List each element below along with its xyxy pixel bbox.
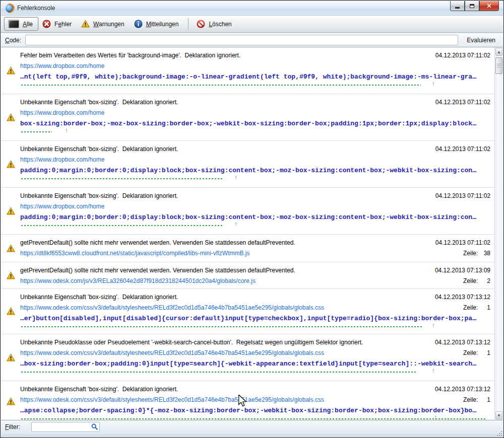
clear-icon (197, 20, 205, 28)
toolbar-button-alle[interactable]: Alle (4, 17, 38, 31)
console-entry[interactable]: Fehler beim Verarbeiten des Wertes für '… (1, 47, 494, 94)
filter-input[interactable] (31, 422, 100, 432)
minimize-icon (455, 7, 460, 9)
code-input[interactable] (25, 35, 458, 45)
vertical-scrollbar[interactable]: ▲ ▼ (494, 47, 503, 420)
entry-message: Unbekannte Eigenschaft 'box-sizing'. Dek… (20, 386, 178, 393)
entry-code-excerpt: padding:0;margin:0;border:0;display:bloc… (20, 167, 490, 174)
console-entry[interactable]: Unbekannte Eigenschaft 'box-sizing'. Dek… (1, 381, 494, 420)
toolbar-label-fehler: Fehler (54, 21, 72, 28)
entry-source-link[interactable]: https://www.odesk.com/css/v3/default/sty… (20, 396, 324, 403)
toolbar-button-loeschen[interactable]: Löschen (193, 17, 237, 31)
entry-timestamp: 04.12.2013 07:11:02 (435, 145, 490, 153)
entry-timestamp: 04.12.2013 07:13:12 (435, 339, 490, 346)
caret-up-icon: ↑ (434, 414, 437, 420)
filter-bar: Filter: (1, 420, 503, 433)
warning-icon (81, 20, 90, 28)
firefox-icon[interactable] (6, 4, 14, 13)
entry-timestamp: 04.12.2013 07:11:02 (435, 99, 490, 106)
warning-icon (7, 244, 15, 253)
entry-timestamp: 04.12.2013 07:13:12 (435, 386, 490, 393)
toolbar-button-mitteilungen[interactable]: Mitteilungen (130, 17, 184, 31)
entry-code-excerpt: padding:0;margin:0;border:0;display:bloc… (20, 213, 490, 221)
console-window-icon (8, 20, 19, 28)
evaluate-button[interactable]: Evaluieren (463, 35, 499, 46)
error-position-indicator: ↑ (20, 324, 490, 330)
warning-icon (7, 160, 15, 169)
entry-line-number: Zeile: 1 (463, 396, 490, 403)
entry-timestamp: 04.12.2013 07:13:09 (435, 267, 490, 274)
maximize-icon (470, 4, 474, 8)
toolbar: Alle Fehler Warnungen Mitteilungen (1, 16, 503, 33)
entry-timestamp: 04.12.2013 07:13:12 (435, 294, 490, 301)
entry-timestamp: 04.12.2013 07:11:02 (435, 192, 490, 199)
error-icon (42, 20, 51, 28)
console-message-list: Fehler beim Verarbeiten des Wertes für '… (1, 47, 503, 420)
window-bottom-frame (1, 433, 503, 437)
entry-timestamp: 04.12.2013 07:11:02 (435, 52, 490, 59)
console-entry[interactable]: Unbekannte Eigenschaft 'box-sizing'. Dek… (1, 188, 494, 235)
warning-icon (7, 207, 15, 215)
error-position-indicator: ↑ (20, 416, 490, 420)
console-entry[interactable]: getPreventDefault() sollte nicht mehr ve… (1, 262, 494, 289)
close-button[interactable]: ✕ (479, 1, 499, 11)
entry-source-link[interactable]: https://dt8kf6553cww8.cloudfront.net/sta… (20, 250, 250, 257)
entry-message: Unbekannte Eigenschaft 'box-sizing'. Dek… (20, 294, 178, 301)
entry-message: Unbekannte Eigenschaft 'box-sizing'. Dek… (20, 99, 178, 106)
chevron-up-icon: ▲ (497, 50, 501, 54)
maximize-button[interactable] (465, 1, 479, 11)
entry-code-excerpt: box-sizing:border-box;-moz-box-sizing:bo… (20, 120, 490, 127)
error-position-indicator: ↑ (20, 223, 490, 229)
toolbar-label-loeschen: Löschen (209, 21, 231, 28)
entry-source-link[interactable]: https://www.odesk.com/js/v3/RELa32604e2d… (20, 277, 256, 284)
error-console-window: Fehlerkonsole ✕ Alle Fehler Warnungen (0, 0, 504, 438)
warning-icon (7, 113, 15, 122)
entry-timestamp: 04.12.2013 07:11:02 (435, 239, 490, 246)
search-icon (91, 423, 98, 430)
entry-message: Unbekannte Pseudoklasse oder Pseudoeleme… (20, 339, 363, 346)
caret-up-icon: ↑ (431, 322, 435, 328)
toolbar-button-fehler[interactable]: Fehler (38, 17, 77, 31)
entry-source-link[interactable]: https://www.dropbox.com/home (20, 156, 104, 163)
entry-source-link[interactable]: https://www.dropbox.com/home (20, 62, 104, 69)
minimize-button[interactable] (450, 1, 465, 11)
console-entry[interactable]: getPreventDefault() sollte nicht mehr ve… (1, 235, 494, 262)
entry-line-number: Zeile: 1 (463, 304, 490, 311)
entry-message: Unbekannte Eigenschaft 'box-sizing'. Dek… (20, 145, 178, 153)
entry-code-excerpt: …er}button[disabled],input[disabled]{cur… (20, 315, 490, 322)
console-entry[interactable]: Unbekannte Eigenschaft 'box-sizing'. Dek… (1, 141, 494, 188)
console-entry[interactable]: Unbekannte Pseudoklasse oder Pseudoeleme… (1, 334, 494, 381)
error-position-indicator: ↑ (20, 82, 490, 89)
entry-message: Fehler beim Verarbeiten des Wertes für '… (20, 52, 240, 59)
close-icon: ✕ (486, 3, 491, 10)
scrollbar-up-button[interactable]: ▲ (495, 48, 502, 56)
window-title: Fehlerkonsole (17, 5, 55, 12)
entry-source-link[interactable]: https://www.odesk.com/css/v3/default/sty… (20, 349, 324, 356)
warning-icon (7, 271, 15, 280)
filter-label: Filter: (5, 423, 20, 430)
warning-icon (7, 397, 15, 406)
caret-up-icon: ↑ (65, 127, 69, 133)
warning-icon (7, 353, 15, 362)
code-row: Code: Evaluieren (1, 33, 503, 47)
toolbar-button-warnungen[interactable]: Warnungen (77, 17, 130, 31)
entry-code-excerpt: …apse:collapse;border-spacing:0}*{-moz-b… (20, 407, 490, 414)
code-label: Code: (5, 37, 21, 44)
scrollbar-down-button[interactable]: ▼ (495, 411, 502, 419)
entry-source-link[interactable]: https://www.odesk.com/css/v3/default/sty… (20, 304, 324, 311)
entry-line-number: Zeile: 38 (463, 250, 490, 257)
caret-up-icon: ↑ (234, 174, 238, 180)
entry-line-number: Zeile: 1 (463, 349, 490, 356)
entry-source-link[interactable]: https://www.dropbox.com/home (20, 109, 104, 116)
console-entry[interactable]: Unbekannte Eigenschaft 'box-sizing'. Dek… (1, 289, 494, 334)
entry-source-link[interactable]: https://www.dropbox.com/home (20, 203, 104, 210)
resize-grip[interactable] (496, 430, 502, 436)
error-position-indicator: ↑ (20, 369, 490, 376)
entry-message: getPreventDefault() sollte nicht mehr ve… (20, 267, 295, 274)
console-entry[interactable]: Unbekannte Eigenschaft 'box-sizing'. Dek… (1, 94, 494, 141)
scrollbar-thumb[interactable] (495, 57, 502, 74)
toolbar-label-mitteilungen: Mitteilungen (146, 21, 179, 28)
chevron-down-icon: ▼ (497, 413, 501, 418)
toolbar-label-alle: Alle (23, 21, 33, 28)
entry-code-excerpt: …box-sizing:border-box;padding:0}input[t… (20, 360, 490, 368)
